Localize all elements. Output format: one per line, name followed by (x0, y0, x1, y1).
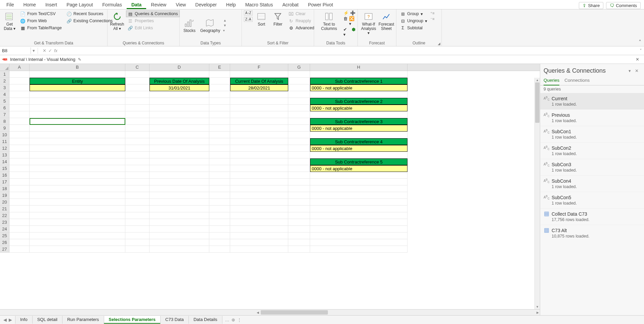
cell-B27[interactable] (30, 246, 125, 253)
cell-C19[interactable] (125, 192, 149, 199)
row-header-10[interactable]: 10 (0, 132, 9, 138)
sort-button[interactable]: Sort (254, 10, 269, 27)
cell-E19[interactable] (209, 192, 230, 199)
cell-B18[interactable] (30, 185, 125, 192)
formula-bar[interactable] (61, 50, 637, 51)
cell-D19[interactable] (149, 192, 209, 199)
cell-B10[interactable] (30, 132, 125, 138)
cell-E15[interactable] (209, 165, 230, 172)
row-header-20[interactable]: 20 (0, 199, 9, 206)
cell-G9[interactable] (288, 125, 310, 132)
cell-C13[interactable] (125, 152, 149, 158)
menu-tab-acrobat[interactable]: Acrobat (277, 1, 303, 9)
sheet-tab-sql-detail[interactable]: SQL detail (32, 316, 62, 324)
cell-B2[interactable]: Entity (30, 78, 125, 84)
cell-B21[interactable] (30, 206, 125, 212)
cell-C22[interactable] (125, 212, 149, 219)
cell-E6[interactable] (209, 105, 230, 111)
cell-H15[interactable]: 0000 - not applicable (310, 165, 407, 172)
cell-G1[interactable] (288, 71, 310, 78)
cell-C25[interactable] (125, 232, 149, 239)
cell-B16[interactable] (30, 172, 125, 179)
properties-button[interactable]: ☰Properties (126, 17, 180, 24)
cell-D26[interactable] (149, 239, 209, 246)
cell-C21[interactable] (125, 206, 149, 212)
cell-E12[interactable] (209, 145, 230, 152)
from-web-button[interactable]: 🌐From Web (18, 17, 63, 24)
data-types-down[interactable]: ▼ (223, 24, 226, 27)
horizontal-scrollbar[interactable]: ◀ ▶ (255, 310, 540, 315)
cell-F25[interactable] (230, 232, 288, 239)
cell-G6[interactable] (288, 105, 310, 111)
cell-H23[interactable] (310, 219, 407, 226)
cell-E27[interactable] (209, 246, 230, 253)
row-header-18[interactable]: 18 (0, 185, 9, 192)
cell-F26[interactable] (230, 239, 288, 246)
edit-links-button[interactable]: 🔗Edit Links (126, 25, 180, 31)
cell-F21[interactable] (230, 206, 288, 212)
row-header-14[interactable]: 14 (0, 158, 9, 165)
cell-E21[interactable] (209, 206, 230, 212)
cell-B24[interactable] (30, 226, 125, 232)
cell-C8[interactable] (125, 118, 149, 125)
cell-D14[interactable] (149, 158, 209, 165)
cell-H2[interactable]: Sub Contractreference 1 (310, 78, 407, 84)
cell-B14[interactable] (30, 158, 125, 165)
query-item-subcon3[interactable]: ABCSubCon31 row loaded. (540, 159, 644, 175)
cell-B13[interactable] (30, 152, 125, 158)
cell-E23[interactable] (209, 219, 230, 226)
column-header-A[interactable]: A (9, 64, 30, 71)
cell-E2[interactable] (209, 78, 230, 84)
cell-H18[interactable] (310, 185, 407, 192)
collapse-ribbon-button[interactable]: ˄ (639, 39, 641, 45)
row-header-4[interactable]: 4 (0, 91, 9, 98)
cell-E5[interactable] (209, 98, 230, 105)
query-item-subcon4[interactable]: ABCSubCon41 row loaded. (540, 175, 644, 192)
cell-E16[interactable] (209, 172, 230, 179)
cell-H8[interactable]: Sub Contractreference 3 (310, 118, 407, 125)
query-item-subcon5[interactable]: ABCSubCon51 row loaded. (540, 192, 644, 208)
cell-C1[interactable] (125, 71, 149, 78)
row-header-21[interactable]: 21 (0, 206, 9, 212)
cell-F6[interactable] (230, 105, 288, 111)
cell-D24[interactable] (149, 226, 209, 232)
cell-E3[interactable] (209, 84, 230, 91)
tab-nav-next[interactable]: ▶ (9, 317, 12, 322)
cell-G7[interactable] (288, 111, 310, 118)
manage-data-model-button[interactable]: ⬢ (352, 27, 355, 37)
menu-tab-data[interactable]: Data (127, 1, 146, 9)
close-classification-button[interactable]: ✕ (633, 57, 642, 62)
cell-D23[interactable] (149, 219, 209, 226)
get-data-button[interactable]: Get Data ▾ (2, 10, 17, 32)
show-detail-button[interactable]: ⁺≡ (430, 11, 434, 15)
filter-button[interactable]: Filter (270, 10, 286, 27)
cell-F2[interactable]: Current Date Of Analysis (230, 78, 288, 84)
menu-tab-review[interactable]: Review (146, 1, 171, 9)
menu-tab-page-layout[interactable]: Page Layout (62, 1, 98, 9)
cell-B12[interactable] (30, 145, 125, 152)
cell-G23[interactable] (288, 219, 310, 226)
cell-D9[interactable] (149, 125, 209, 132)
column-header-G[interactable]: G (288, 64, 310, 71)
cell-F19[interactable] (230, 192, 288, 199)
cell-H11[interactable]: Sub Contractreference 4 (310, 138, 407, 145)
cell-H19[interactable] (310, 192, 407, 199)
row-header-11[interactable]: 11 (0, 138, 9, 145)
query-item-current[interactable]: ABCCurrent1 row loaded. (540, 93, 644, 109)
cell-F5[interactable] (230, 98, 288, 105)
advanced-button[interactable]: ⚙Advanced (287, 25, 316, 31)
cell-G27[interactable] (288, 246, 310, 253)
cell-C5[interactable] (125, 98, 149, 105)
row-header-23[interactable]: 23 (0, 219, 9, 226)
row-header-17[interactable]: 17 (0, 179, 9, 185)
row-header-8[interactable]: 8 (0, 118, 9, 125)
cell-D13[interactable] (149, 152, 209, 158)
cell-C17[interactable] (125, 179, 149, 185)
cell-D1[interactable] (149, 71, 209, 78)
column-header-D[interactable]: D (149, 64, 209, 71)
scroll-up-button[interactable]: ▲ (535, 78, 540, 82)
reapply-button[interactable]: ↻Reapply (287, 17, 316, 24)
cell-D18[interactable] (149, 185, 209, 192)
cell-F17[interactable] (230, 179, 288, 185)
cell-F11[interactable] (230, 138, 288, 145)
